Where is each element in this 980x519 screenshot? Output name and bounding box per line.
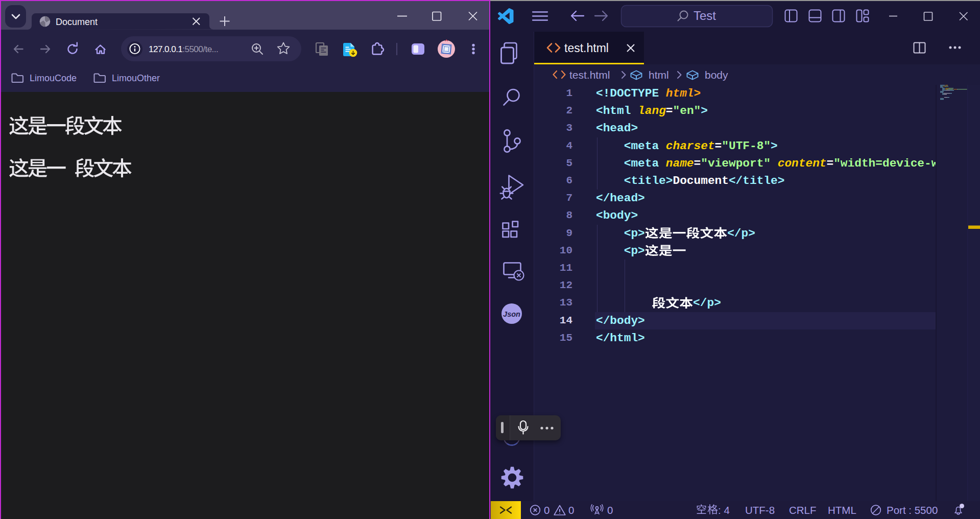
- svg-text:html: html: [649, 69, 669, 81]
- svg-text:LimouOther: LimouOther: [112, 73, 160, 83]
- svg-text:CRLF: CRLF: [789, 504, 817, 516]
- svg-text:HTML: HTML: [828, 504, 856, 516]
- svg-text:test.html: test.html: [569, 69, 610, 81]
- svg-text:Port : 5500: Port : 5500: [887, 504, 938, 516]
- svg-text:: 4: : 4: [718, 504, 730, 516]
- svg-text:UTF-8: UTF-8: [745, 504, 775, 516]
- svg-text:Test: Test: [694, 9, 716, 22]
- svg-text:body: body: [705, 69, 728, 81]
- svg-text:Document: Document: [56, 17, 98, 27]
- svg-text:0: 0: [544, 504, 549, 516]
- svg-text:test.html: test.html: [564, 41, 609, 55]
- svg-text:0: 0: [568, 504, 574, 516]
- svg-text:LimouCode: LimouCode: [30, 73, 77, 83]
- svg-text:127.0.0.1:5500/te...: 127.0.0.1:5500/te...: [149, 44, 218, 54]
- svg-text:0: 0: [607, 504, 613, 516]
